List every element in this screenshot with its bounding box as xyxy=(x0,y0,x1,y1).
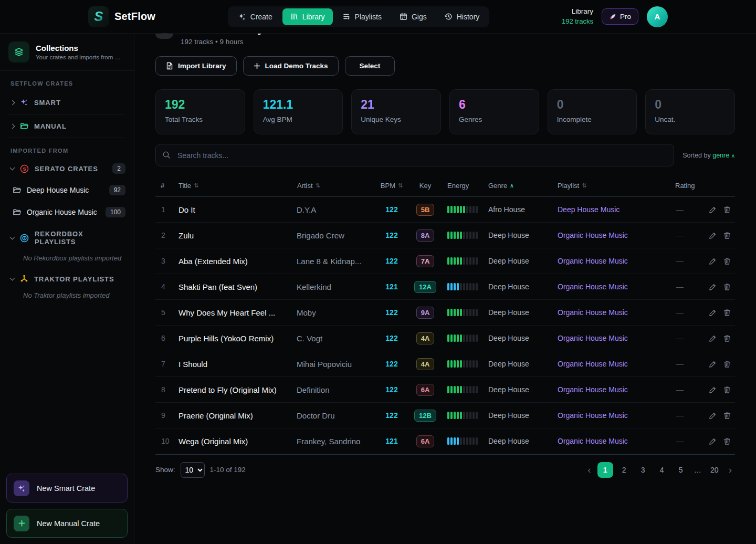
stat-label: Uncat. xyxy=(655,116,726,123)
pro-badge[interactable]: Pro xyxy=(602,8,638,25)
sort-icon: ⇅ xyxy=(194,182,198,189)
delete-track-button[interactable] xyxy=(723,232,731,239)
edit-track-button[interactable] xyxy=(709,386,717,394)
delete-track-button[interactable] xyxy=(723,309,731,317)
track-playlist-link[interactable]: Organic House Music xyxy=(552,283,670,291)
edit-track-button[interactable] xyxy=(709,360,717,368)
sidebar-item-smart[interactable]: SMART xyxy=(0,91,134,114)
select-button[interactable]: Select xyxy=(345,56,395,76)
track-artist: Lane 8 & Kidnap... xyxy=(292,257,375,266)
track-genre: Deep House xyxy=(483,231,552,239)
edit-track-button[interactable] xyxy=(709,437,717,445)
edit-track-button[interactable] xyxy=(709,334,717,342)
edit-track-button[interactable] xyxy=(709,283,717,291)
track-playlist-link[interactable]: Deep House Music xyxy=(552,205,670,214)
sidebar-crate-organic-house-music[interactable]: Organic House Music100 xyxy=(0,201,134,223)
new-manual-crate-button[interactable]: New Manual Crate xyxy=(6,509,128,538)
rocket-icon xyxy=(609,13,616,20)
track-genre: Afro House xyxy=(483,205,552,214)
nav-item-gigs[interactable]: Gigs xyxy=(392,8,435,25)
track-playlist-link[interactable]: Organic House Music xyxy=(552,308,670,317)
sidebar-item-serato[interactable]: S SERATO CRATES 2 xyxy=(0,158,134,179)
sidebar-item-manual[interactable]: MANUAL xyxy=(0,114,134,138)
track-playlist-link[interactable]: Organic House Music xyxy=(552,257,670,265)
track-playlist-link[interactable]: Organic House Music xyxy=(552,411,670,420)
edit-track-button[interactable] xyxy=(709,412,717,420)
track-artist: Brigado Crew xyxy=(292,231,375,240)
table-row[interactable]: 1Do ItD.Y.A1225BAfro HouseDeep House Mus… xyxy=(155,197,735,223)
prev-page-button[interactable]: ‹ xyxy=(584,464,594,476)
delete-track-button[interactable] xyxy=(723,334,731,342)
table-row[interactable]: 5Why Does My Heart Feel ...Moby1229ADeep… xyxy=(155,300,735,326)
delete-track-button[interactable] xyxy=(723,386,731,394)
section-imported-from: IMPORTED FROM xyxy=(0,138,134,158)
delete-track-button[interactable] xyxy=(723,206,731,214)
page-button-20[interactable]: 20 xyxy=(707,462,722,478)
page-button-4[interactable]: 4 xyxy=(654,462,670,478)
delete-track-button[interactable] xyxy=(723,257,731,265)
sidebar-item-traktor[interactable]: TRAKTOR PLAYLISTS xyxy=(0,269,134,288)
sidebar-item-rekordbox[interactable]: REKORDBOX PLAYLISTS xyxy=(0,223,134,251)
avatar[interactable]: A xyxy=(647,6,668,27)
collections-subtitle: Your crates and imports from DJ so... xyxy=(36,54,122,60)
table-row[interactable]: 8Pretend to Fly (Original Mix)Definition… xyxy=(155,377,735,403)
delete-track-button[interactable] xyxy=(723,283,731,291)
row-actions xyxy=(709,206,738,214)
table-row[interactable]: 10Wega (Original Mix)Frankey, Sandrino12… xyxy=(155,428,735,454)
key-badge: 9A xyxy=(416,307,435,319)
edit-track-button[interactable] xyxy=(709,257,717,265)
new-smart-crate-button[interactable]: New Smart Crate xyxy=(6,474,128,503)
edit-track-button[interactable] xyxy=(709,206,717,214)
page-button-5[interactable]: 5 xyxy=(673,462,689,478)
sidebar-crate-deep-house-music[interactable]: Deep House Music92 xyxy=(0,179,134,201)
stat-card-unique-keys: 21Unique Keys xyxy=(351,89,441,134)
delete-track-button[interactable] xyxy=(723,437,731,445)
column-header-title[interactable]: Title⇅ xyxy=(173,182,292,190)
track-playlist-link[interactable]: Organic House Music xyxy=(552,231,670,239)
page-button-1[interactable]: 1 xyxy=(597,462,613,478)
edit-track-button[interactable] xyxy=(709,232,717,239)
page-button-2[interactable]: 2 xyxy=(616,462,632,478)
stats-row: 192Total Tracks121.1Avg BPM21Unique Keys… xyxy=(155,89,735,134)
delete-track-button[interactable] xyxy=(723,412,731,420)
energy-meter xyxy=(442,309,483,316)
next-page-button[interactable]: › xyxy=(726,464,735,476)
delete-track-button[interactable] xyxy=(723,360,731,368)
column-header-bpm[interactable]: BPM⇅ xyxy=(375,182,408,190)
column-header-artist[interactable]: Artist⇅ xyxy=(292,182,375,190)
rekordbox-label: REKORDBOX PLAYLISTS xyxy=(35,230,125,246)
table-row[interactable]: 3Aba (Extended Mix)Lane 8 & Kidnap...122… xyxy=(155,248,735,274)
search-wrap xyxy=(155,144,674,166)
sorted-by-field: genre xyxy=(712,152,729,159)
nav-item-create[interactable]: Create xyxy=(230,8,280,25)
sorted-by[interactable]: Sorted by genre ∧ xyxy=(682,152,735,159)
table-row[interactable]: 2ZuluBrigado Crew1228ADeep HouseOrganic … xyxy=(155,223,735,248)
nav-item-playlists[interactable]: Playlists xyxy=(335,8,390,25)
nav-item-library[interactable]: Library xyxy=(282,8,333,25)
pencil-icon xyxy=(709,334,717,342)
folder-icon xyxy=(13,208,21,216)
track-rating: — xyxy=(670,283,709,291)
collections-title: Collections xyxy=(36,44,122,53)
edit-track-button[interactable] xyxy=(709,309,717,317)
column-header-playlist[interactable]: Playlist⇅ xyxy=(552,182,670,190)
key-badge: 4A xyxy=(416,332,435,344)
page-size-select[interactable]: 10 xyxy=(181,462,205,478)
track-playlist-link[interactable]: Organic House Music xyxy=(552,360,670,368)
track-bpm: 122 xyxy=(375,231,408,239)
table-row[interactable]: 9Praerie (Original Mix)Doctor Dru12212BD… xyxy=(155,403,735,428)
load-demo-tracks-button[interactable]: Load Demo Tracks xyxy=(243,56,339,76)
table-row[interactable]: 7I ShouldMihai Popoviciu1224ADeep HouseO… xyxy=(155,351,735,377)
nav-item-history[interactable]: History xyxy=(437,8,488,25)
trash-icon xyxy=(723,360,731,368)
track-artist: D.Y.A xyxy=(292,205,375,214)
search-input[interactable] xyxy=(155,144,674,166)
track-playlist-link[interactable]: Organic House Music xyxy=(552,437,670,445)
table-row[interactable]: 6Purple Hills (YokoO Remix)C. Vogt1224AD… xyxy=(155,326,735,351)
page-button-3[interactable]: 3 xyxy=(635,462,651,478)
track-playlist-link[interactable]: Organic House Music xyxy=(552,385,670,394)
column-header-genre[interactable]: Genre∧ xyxy=(483,182,552,190)
track-playlist-link[interactable]: Organic House Music xyxy=(552,334,670,342)
table-row[interactable]: 4Shakti Pan (feat Sven)Kellerkind12112AD… xyxy=(155,274,735,300)
import-library-button[interactable]: Import Library xyxy=(155,56,237,76)
